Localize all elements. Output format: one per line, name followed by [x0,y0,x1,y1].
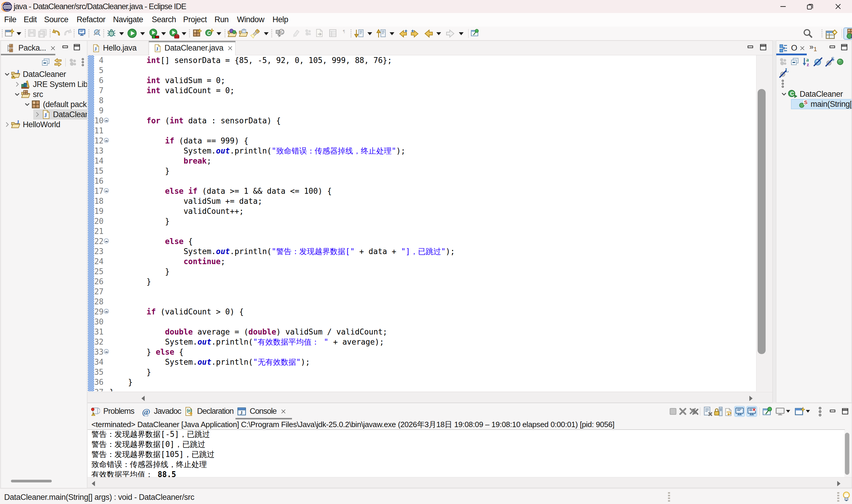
editor-vertical-scrollbar[interactable] [756,55,773,391]
new-java-class-icon[interactable]: C [205,29,214,38]
dropdown-icon[interactable] [367,32,372,35]
open-console-view-icon[interactable] [78,29,86,38]
chevron-down-icon[interactable] [13,90,21,98]
menu-project[interactable]: Project [183,13,207,26]
coverage-icon[interactable] [149,29,159,38]
scrollbar-thumb[interactable] [845,433,849,475]
code-editor[interactable]: 4567891011121314151617181920212223242526… [88,55,756,391]
new-wizard-icon[interactable] [5,29,14,38]
menu-refactor[interactable]: Refactor [77,13,105,26]
open-console-icon[interactable] [794,406,805,417]
open-type-icon[interactable] [228,29,237,38]
next-change-icon[interactable] [315,29,324,38]
fold-marker-icon[interactable] [104,138,109,143]
redo-icon[interactable] [63,29,72,38]
console-horizontal-scrollbar[interactable] [88,477,852,488]
fold-marker-icon[interactable] [104,188,109,193]
scroll-left-icon[interactable] [92,481,95,486]
forward-icon[interactable] [446,29,456,38]
next-edit-location-icon[interactable] [410,29,421,38]
remove-all-launches-icon[interactable] [689,406,699,417]
tree-item-main-string-args-void[interactable]: Smain(String[] args) : void [791,99,852,109]
show-whitespace-icon[interactable]: ¶ [342,29,347,38]
search-torch-icon[interactable] [250,29,260,38]
restore-button[interactable] [801,0,819,13]
next-annotation-icon[interactable] [354,29,364,38]
undo-icon[interactable] [52,29,61,38]
dropdown-icon[interactable] [17,32,21,35]
dropdown-icon[interactable] [436,32,441,35]
dropdown-icon[interactable] [119,32,124,35]
word-wrap-icon[interactable] [724,408,733,418]
perspective-java-button[interactable]: J [844,28,852,40]
hide-static-icon[interactable]: S [825,57,835,67]
scrollbar-thumb[interactable] [758,89,766,354]
scroll-right-icon[interactable] [837,481,840,486]
external-tools-icon[interactable] [169,29,179,38]
skip-all-breakpoints-icon[interactable] [93,29,101,38]
tab-datacleaner-java[interactable]: J DataCleaner.java [149,41,235,55]
dropdown-icon[interactable] [389,32,394,35]
debug-icon[interactable] [107,29,116,38]
drag-handle[interactable] [837,492,839,502]
tree-item-datacleaner[interactable]: JDataCleaner [3,69,68,79]
maximize-editor-icon[interactable] [760,43,767,51]
dropdown-icon[interactable] [786,410,790,413]
chevron-right-icon[interactable] [33,111,41,118]
fold-marker-icon[interactable] [104,118,109,123]
close-button[interactable] [829,0,847,13]
clear-console-icon[interactable] [703,406,713,417]
collapse-all-icon[interactable] [790,57,800,67]
tree-item-jre-system-libra[interactable]: JRE System Libra [13,79,87,89]
search-icon[interactable] [803,29,813,38]
hide-fields-icon[interactable]: F [813,57,823,67]
dropdown-icon[interactable] [140,32,145,35]
remove-launch-icon[interactable] [677,406,688,417]
pin-editor-icon[interactable] [471,29,479,38]
maximize-view-icon[interactable] [842,408,849,418]
dropdown-icon[interactable] [161,32,166,35]
console-output[interactable]: 警告：发现越界数据[-5]，已跳过警告：发现越界数据[0]，已跳过警告：发现越界… [88,430,844,478]
chevron-right-icon[interactable] [13,80,21,88]
menu-edit[interactable]: Edit [24,13,37,26]
tab-hello-java[interactable]: J Hello.java [88,41,148,55]
save-icon[interactable] [27,29,36,38]
new-java-project-icon[interactable] [193,29,202,38]
minimize-view-icon[interactable] [829,43,837,51]
focus-icon[interactable] [68,58,78,67]
dropdown-icon[interactable] [264,32,269,35]
tree-item-datacleaner[interactable]: CDataCleaner [780,89,845,99]
chevron-down-icon[interactable] [780,90,788,98]
minimize-button[interactable] [774,0,792,13]
minimize-view-icon[interactable] [829,408,837,418]
chevron-down-icon[interactable] [3,70,11,78]
dropdown-icon[interactable] [217,32,221,35]
menu-search[interactable]: Search [152,13,176,26]
view-menu-icon[interactable] [781,79,784,89]
menu-window[interactable]: Window [237,13,264,26]
menu-help[interactable]: Help [272,13,288,26]
view-menu-icon[interactable] [818,406,822,417]
close-icon[interactable] [227,45,233,52]
more-views-button[interactable]: »1 [810,42,817,53]
collapse-all-icon[interactable] [41,58,51,67]
terminate-icon[interactable] [668,406,678,417]
editor-horizontal-scrollbar[interactable] [88,392,773,402]
chevron-right-icon[interactable] [3,121,11,128]
tree-item-helloworld[interactable]: JHelloWorld [3,120,62,129]
tree-item-datacleaner-java[interactable]: JDataCleaner.java [33,109,87,120]
dropdown-icon[interactable] [182,32,186,35]
focus-icon[interactable] [304,29,312,38]
tab-package-explorer[interactable]: Packa... [1,41,56,55]
link-with-editor-icon[interactable] [53,58,63,67]
sort-icon[interactable]: az [801,57,812,67]
close-icon[interactable] [799,45,805,52]
run-last-tool-icon[interactable]: C [275,29,285,38]
maximize-view-icon[interactable] [841,43,849,51]
back-icon[interactable] [423,29,433,38]
display-console-icon[interactable] [775,406,785,417]
menu-navigate[interactable]: Navigate [113,13,143,26]
pin-console-icon[interactable] [762,406,773,417]
show-stdout-icon[interactable] [734,406,745,417]
lightbulb-icon[interactable] [842,491,850,501]
